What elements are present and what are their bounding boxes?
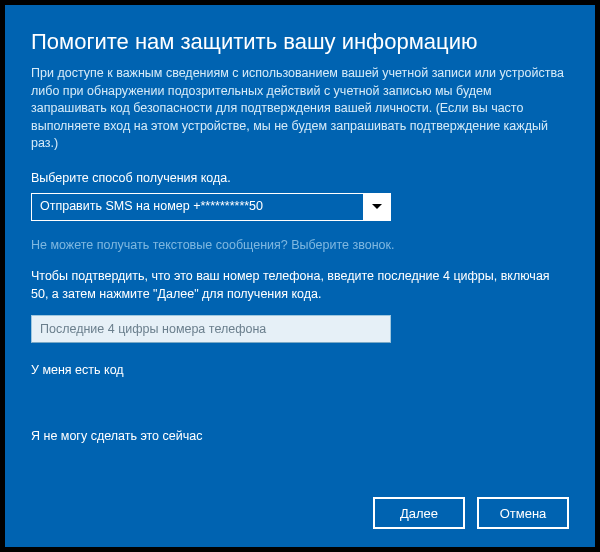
footer-buttons: Далее Отмена — [31, 497, 569, 529]
method-label: Выберите способ получения кода. — [31, 171, 569, 185]
confirm-instructions: Чтобы подтвердить, что это ваш номер тел… — [31, 268, 569, 303]
method-select-value[interactable]: Отправить SMS на номер +**********50 — [31, 193, 363, 221]
chevron-down-icon — [372, 204, 382, 209]
method-select-toggle[interactable] — [363, 193, 391, 221]
method-select[interactable]: Отправить SMS на номер +**********50 — [31, 193, 391, 221]
cannot-now-link[interactable]: Я не могу сделать это сейчас — [31, 429, 569, 443]
next-button[interactable]: Далее — [373, 497, 465, 529]
last-digits-input[interactable] — [31, 315, 391, 343]
description-text: При доступе к важным сведениям с использ… — [31, 65, 569, 153]
have-code-link[interactable]: У меня есть код — [31, 363, 569, 377]
dialog-window: Помогите нам защитить вашу информацию Пр… — [5, 5, 595, 547]
call-hint[interactable]: Не можете получать текстовые сообщения? … — [31, 237, 569, 255]
page-title: Помогите нам защитить вашу информацию — [31, 29, 569, 55]
cancel-button[interactable]: Отмена — [477, 497, 569, 529]
